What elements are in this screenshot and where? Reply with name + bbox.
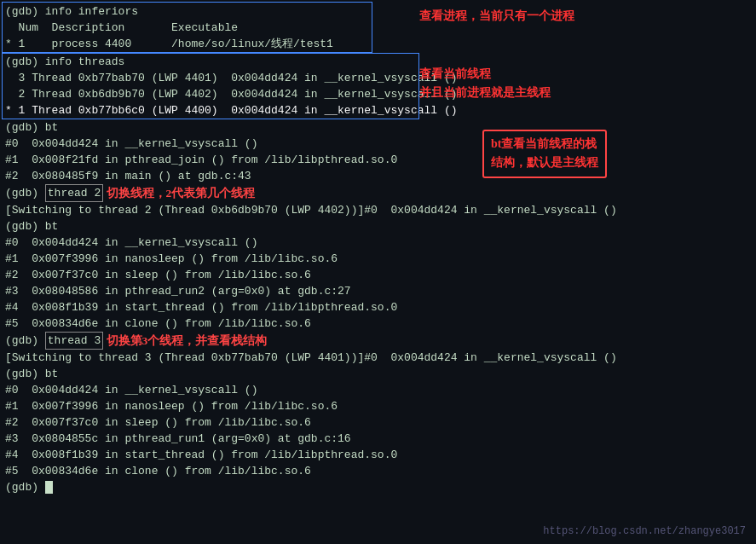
prompt: (gdb) info threads	[5, 54, 124, 70]
output-text: #3 0x0804855c in pthread_run1 (arg=0x0) …	[5, 431, 351, 447]
output-text: [Switching to thread 3 (Thread 0xb77bab7…	[5, 350, 617, 366]
line-6: 2 Thread 0xb6db9b70 (LWP 4402) 0x004dd42…	[5, 86, 751, 102]
annotation-threads: 查看当前线程并且当前进程就是主线程	[419, 65, 551, 103]
prompt: (gdb)	[5, 479, 45, 495]
prompt: (gdb)	[5, 185, 45, 201]
annotation-bt: bt查看当前线程的栈结构，默认是主线程	[482, 130, 607, 178]
line-20: #5 0x00834d6e in clone () from /lib/libc…	[5, 315, 751, 332]
switch-annotation-2: 切换第3个线程，并查看栈结构	[103, 333, 267, 349]
line-14: (gdb) bt	[5, 218, 751, 234]
output-text: #2 0x007f37c0 in sleep () from /lib/libc…	[5, 414, 311, 431]
line-9: #0 0x004dd424 in __kernel_vsyscall ()	[5, 136, 751, 152]
line-23: (gdb) bt	[5, 366, 751, 382]
prompt: (gdb) bt	[5, 119, 58, 136]
line-12: (gdb) thread 2 切换线程，2代表第几个线程	[5, 184, 751, 202]
line-2: Num Description Executable	[5, 20, 751, 36]
prompt: (gdb) bt	[5, 218, 58, 234]
output-text: #5 0x00834d6e in clone () from /lib/libc…	[5, 315, 311, 332]
line-10: #1 0x008f21fd in pthread_join () from /l…	[5, 152, 751, 168]
output-text: #1 0x007f3996 in nanosleep () from /lib/…	[5, 251, 338, 267]
output-text: #5 0x00834d6e in clone () from /lib/libc…	[5, 463, 311, 479]
line-26: #2 0x007f37c0 in sleep () from /lib/libc…	[5, 414, 751, 431]
line-8: (gdb) bt	[5, 119, 751, 136]
line-7: * 1 Thread 0xb77bb6c0 (LWP 4400) 0x004dd…	[5, 102, 751, 119]
output-text: #1 0x008f21fd in pthread_join () from /l…	[5, 152, 397, 168]
output-text: * 1 Thread 0xb77bb6c0 (LWP 4400) 0x004dd…	[5, 102, 458, 119]
output-text: #0 0x004dd424 in __kernel_vsyscall ()	[5, 136, 257, 152]
line-19: #4 0x008f1b39 in start_thread () from /l…	[5, 299, 751, 315]
terminal: (gdb) info inferiors Num Description Exe…	[0, 0, 756, 544]
line-5: 3 Thread 0xb77bab70 (LWP 4401) 0x004dd42…	[5, 70, 751, 86]
line-18: #3 0x08048586 in pthread_run2 (arg=0x0) …	[5, 283, 751, 299]
output-text: #2 0x007f37c0 in sleep () from /lib/libc…	[5, 267, 311, 283]
annotation-inferiors: 查看进程，当前只有一个进程	[419, 7, 574, 25]
line-3: * 1 process 4400 /home/so/linux/线程/test1	[5, 36, 751, 52]
output-text: * 1 process 4400 /home/so/linux/线程/test1	[5, 36, 333, 52]
thread2-cmd[interactable]: thread 2	[45, 184, 103, 202]
output-text: 2 Thread 0xb6db9b70 (LWP 4402) 0x004dd42…	[5, 86, 458, 102]
switch-annotation-1: 切换线程，2代表第几个线程	[103, 185, 255, 201]
line-30: (gdb)	[5, 479, 751, 495]
line-16: #1 0x007f3996 in nanosleep () from /lib/…	[5, 251, 751, 267]
output-text: Num Description Executable	[5, 20, 238, 36]
cursor-block	[45, 481, 53, 494]
line-27: #3 0x0804855c in pthread_run1 (arg=0x0) …	[5, 431, 751, 447]
output-text: #0 0x004dd424 in __kernel_vsyscall ()	[5, 234, 257, 251]
line-22: [Switching to thread 3 (Thread 0xb77bab7…	[5, 350, 751, 366]
line-1: (gdb) info inferiors	[5, 3, 751, 20]
line-25: #1 0x007f3996 in nanosleep () from /lib/…	[5, 398, 751, 414]
footer-url: https://blog.csdn.net/zhangye3017	[543, 525, 746, 537]
line-17: #2 0x007f37c0 in sleep () from /lib/libc…	[5, 267, 751, 283]
output-text: #4 0x008f1b39 in start_thread () from /l…	[5, 447, 397, 463]
line-4: (gdb) info threads	[5, 54, 751, 70]
line-24: #0 0x004dd424 in __kernel_vsyscall ()	[5, 382, 751, 398]
line-29: #5 0x00834d6e in clone () from /lib/libc…	[5, 463, 751, 479]
output-text: #0 0x004dd424 in __kernel_vsyscall ()	[5, 382, 257, 398]
line-15: #0 0x004dd424 in __kernel_vsyscall ()	[5, 234, 751, 251]
prompt: (gdb) info inferiors	[5, 3, 138, 20]
output-text: #3 0x08048586 in pthread_run2 (arg=0x0) …	[5, 283, 351, 299]
prompt: (gdb)	[5, 333, 45, 349]
line-21: (gdb) thread 3 切换第3个线程，并查看栈结构	[5, 332, 751, 350]
line-28: #4 0x008f1b39 in start_thread () from /l…	[5, 447, 751, 463]
thread3-cmd[interactable]: thread 3	[45, 332, 103, 350]
line-11: #2 0x080485f9 in main () at gdb.c:43	[5, 168, 751, 184]
output-text: #4 0x008f1b39 in start_thread () from /l…	[5, 299, 397, 315]
line-13: [Switching to thread 2 (Thread 0xb6db9b7…	[5, 202, 751, 218]
output-text: #2 0x080485f9 in main () at gdb.c:43	[5, 168, 251, 184]
output-text: 3 Thread 0xb77bab70 (LWP 4401) 0x004dd42…	[5, 70, 458, 86]
output-text: [Switching to thread 2 (Thread 0xb6db9b7…	[5, 202, 617, 218]
prompt: (gdb) bt	[5, 366, 58, 382]
output-text: #1 0x007f3996 in nanosleep () from /lib/…	[5, 398, 338, 414]
